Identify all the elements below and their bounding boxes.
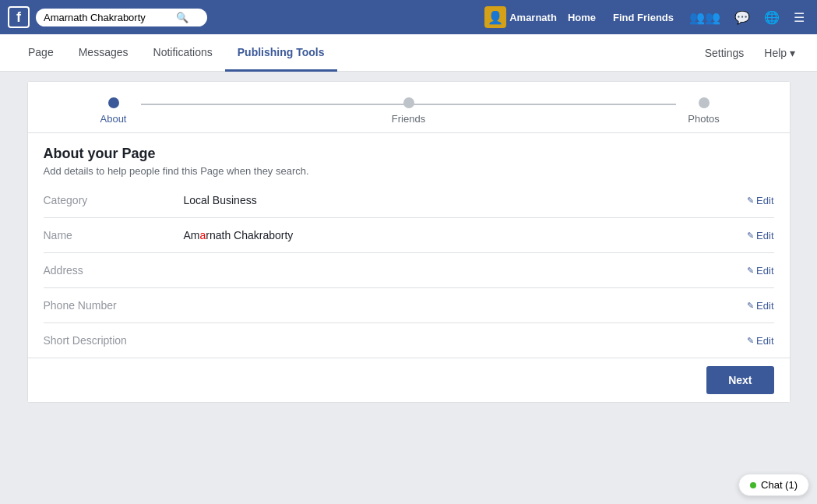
nav-right: 👤 Amarnath Home Find Friends 👥👥 💬 🌐 ☰ — [484, 6, 809, 28]
field-value-category: Local Business — [184, 194, 650, 206]
messages-icon[interactable]: 💬 — [730, 10, 755, 25]
field-label-name: Name — [44, 229, 184, 241]
field-label-category: Category — [44, 194, 184, 206]
menu-icon[interactable]: ☰ — [789, 10, 809, 25]
field-row-description: Short Description ✎ Edit — [44, 323, 774, 358]
field-label-address: Address — [44, 264, 184, 277]
field-row-phone: Phone Number ✎ Edit — [44, 288, 774, 323]
friends-icon[interactable]: 👥👥 — [685, 10, 725, 25]
edit-label-phone: Edit — [756, 300, 773, 312]
settings-link[interactable]: Settings — [699, 44, 751, 62]
facebook-logo: f — [8, 6, 30, 28]
nav-home-link[interactable]: Home — [562, 12, 602, 23]
edit-label-description: Edit — [756, 335, 773, 347]
top-navigation: f 🔍 👤 Amarnath Home Find Friends 👥👥 💬 🌐 … — [0, 0, 817, 34]
stepper-step-friends: Friends — [370, 97, 448, 125]
search-bar[interactable]: 🔍 — [36, 9, 207, 26]
stepper-step-photos: Photos — [665, 97, 743, 125]
stepper-label-photos: Photos — [688, 113, 719, 125]
field-row-address: Address ✎ Edit — [44, 253, 774, 288]
tab-publishing-tools[interactable]: Publishing Tools — [225, 35, 337, 72]
fields-container: Category Local Business ✎ Edit Name Amar… — [28, 183, 790, 358]
field-edit-description[interactable]: ✎ Edit — [747, 335, 773, 347]
field-edit-name[interactable]: ✎ Edit — [747, 230, 773, 241]
edit-label-category: Edit — [756, 195, 773, 206]
pencil-icon-phone: ✎ — [747, 301, 754, 311]
tab-notifications[interactable]: Notifications — [141, 35, 225, 72]
section-header: About your Page Add details to help peop… — [28, 133, 790, 183]
field-edit-phone[interactable]: ✎ Edit — [747, 300, 773, 312]
section-subtitle: Add details to help people find this Pag… — [44, 165, 774, 177]
field-label-description: Short Description — [44, 334, 184, 347]
search-icon: 🔍 — [176, 12, 188, 23]
page-navigation: Page Messages Notifications Publishing T… — [0, 34, 817, 72]
stepper-dot-friends — [403, 97, 414, 108]
tab-page[interactable]: Page — [16, 35, 66, 72]
content-card: About Friends Photos About your Page Add… — [27, 81, 791, 403]
chat-online-dot — [750, 482, 756, 488]
field-edit-address[interactable]: ✎ Edit — [747, 265, 773, 277]
nav-username: Amarnath — [509, 12, 557, 23]
avatar: 👤 — [484, 6, 506, 28]
edit-label-address: Edit — [756, 265, 773, 277]
stepper-label-about: About — [100, 113, 127, 125]
name-plain-start: Am — [184, 229, 200, 241]
chat-bubble[interactable]: Chat (1) — [738, 474, 809, 496]
pencil-icon-description: ✎ — [747, 336, 754, 346]
search-input[interactable] — [44, 12, 176, 23]
page-nav-right: Settings Help ▾ — [699, 44, 801, 62]
bottom-bar: Next — [28, 358, 790, 402]
field-edit-category[interactable]: ✎ Edit — [747, 195, 773, 206]
stepper-label-friends: Friends — [392, 113, 425, 125]
stepper-container: About Friends Photos — [28, 82, 790, 133]
stepper: About Friends Photos — [75, 97, 743, 125]
field-row-name: Name Amarnath Chakraborty ✎ Edit — [44, 218, 774, 253]
globe-icon[interactable]: 🌐 — [759, 10, 784, 25]
stepper-dot-about — [108, 97, 119, 108]
tab-messages[interactable]: Messages — [66, 35, 141, 72]
page-nav-tabs: Page Messages Notifications Publishing T… — [16, 35, 337, 71]
section-title: About your Page — [44, 146, 774, 162]
stepper-dot-photos — [699, 97, 710, 108]
edit-label-name: Edit — [756, 230, 773, 241]
field-value-name: Amarnath Chakraborty — [184, 229, 650, 241]
pencil-icon: ✎ — [747, 196, 754, 206]
field-label-phone: Phone Number — [44, 299, 184, 312]
name-rest: rnath Chakraborty — [206, 229, 293, 241]
field-row-category: Category Local Business ✎ Edit — [44, 183, 774, 218]
nav-user[interactable]: 👤 Amarnath — [484, 6, 557, 28]
nav-find-friends-link[interactable]: Find Friends — [607, 12, 680, 23]
pencil-icon-name: ✎ — [747, 231, 754, 241]
chat-label: Chat (1) — [761, 479, 798, 491]
next-button[interactable]: Next — [706, 366, 773, 394]
stepper-step-about: About — [75, 97, 153, 125]
help-link[interactable]: Help ▾ — [758, 44, 801, 62]
main-content: About Friends Photos About your Page Add… — [0, 72, 817, 504]
pencil-icon-address: ✎ — [747, 266, 754, 276]
